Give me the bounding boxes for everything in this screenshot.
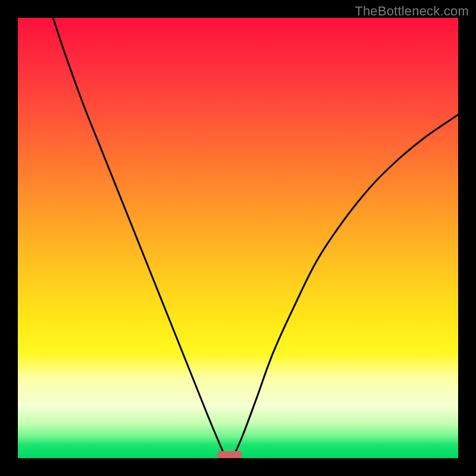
- watermark-text: TheBottleneck.com: [355, 4, 469, 19]
- plot-area: [18, 18, 458, 458]
- bottleneck-marker: [217, 451, 242, 458]
- curve-layer: [18, 18, 458, 458]
- right-branch-curve: [234, 115, 458, 456]
- chart-frame: TheBottleneck.com: [0, 0, 476, 476]
- left-branch-curve: [53, 18, 225, 456]
